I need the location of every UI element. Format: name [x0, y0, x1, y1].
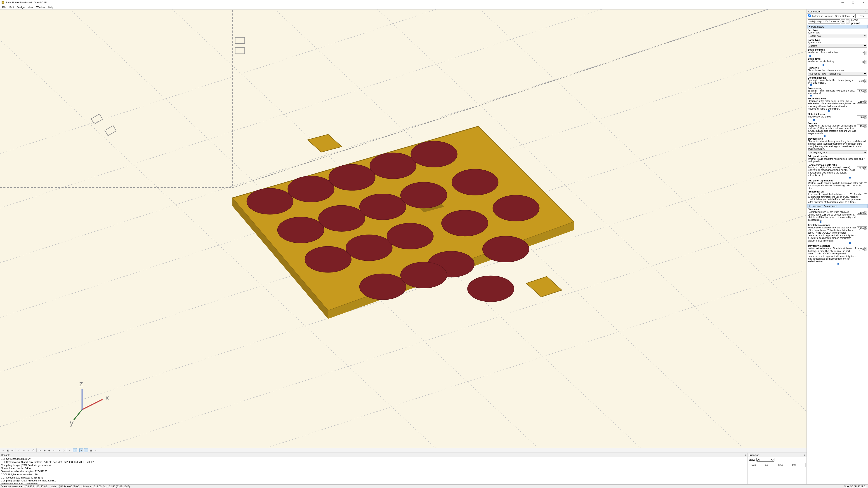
preview-icon[interactable]: » — [1, 448, 5, 452]
param-slider[interactable] — [808, 55, 867, 57]
param-input[interactable] — [857, 226, 864, 230]
param-checkbox[interactable] — [864, 193, 867, 196]
param-slider[interactable] — [808, 119, 867, 121]
param-input[interactable] — [857, 116, 864, 119]
console-close-icon[interactable]: × — [745, 454, 747, 456]
show-axes-icon[interactable]: ╳ — [79, 448, 84, 452]
param-spinner[interactable]: ▲▼ — [857, 51, 867, 55]
param-slider[interactable] — [808, 95, 867, 96]
param-slider[interactable] — [808, 221, 867, 223]
view-front-icon[interactable]: ◇ — [57, 448, 61, 452]
menu-help[interactable]: Help — [47, 5, 55, 9]
param-input[interactable] — [857, 51, 864, 55]
spin-up-icon[interactable]: ▲ — [864, 51, 867, 53]
param-spinner[interactable]: ▲▼ — [857, 116, 867, 119]
param-slider[interactable] — [808, 177, 867, 178]
param-input[interactable] — [857, 60, 864, 64]
param-input[interactable] — [857, 90, 864, 93]
spin-down-icon[interactable]: ▼ — [864, 91, 867, 93]
spin-down-icon[interactable]: ▼ — [864, 228, 867, 230]
param-slider[interactable] — [808, 110, 867, 112]
view-bottom-icon[interactable]: ◆ — [47, 448, 51, 452]
errorlog-col-file[interactable]: File — [763, 463, 777, 467]
spin-down-icon[interactable]: ▼ — [864, 213, 867, 215]
spin-down-icon[interactable]: ▼ — [864, 53, 867, 55]
auto-preview-checkbox[interactable] — [808, 14, 811, 18]
save-preset-button[interactable]: save preset — [850, 18, 867, 25]
section-parameters[interactable]: ▼ Parameters — [807, 25, 868, 29]
spin-up-icon[interactable]: ▲ — [864, 116, 867, 118]
view-top-icon[interactable]: ◆ — [42, 448, 46, 452]
spin-up-icon[interactable]: ▲ — [864, 211, 867, 213]
spin-down-icon[interactable]: ▼ — [864, 102, 867, 104]
param-spinner[interactable]: ▲▼ — [857, 166, 867, 170]
menu-window[interactable]: Window — [35, 5, 46, 9]
export-stl-icon[interactable]: STL — [10, 448, 14, 452]
param-select[interactable]: Locking long tabs — [808, 151, 867, 154]
close-button[interactable]: ✕ — [860, 1, 867, 4]
param-slider[interactable] — [808, 242, 867, 244]
spin-up-icon[interactable]: ▲ — [864, 247, 867, 249]
param-spinner[interactable]: ▲▼ — [857, 60, 867, 64]
spin-up-icon[interactable]: ▲ — [864, 79, 867, 81]
section-tolerances[interactable]: ▼ Tolerances / clearances — [807, 204, 868, 208]
perspective-icon[interactable]: ▱ — [68, 448, 72, 452]
spin-up-icon[interactable]: ▲ — [864, 166, 867, 168]
param-spinner[interactable]: ▲▼ — [857, 100, 867, 104]
param-slider[interactable] — [808, 263, 867, 265]
render-icon[interactable]: ◧ — [6, 448, 10, 452]
param-input[interactable] — [857, 247, 864, 251]
spin-down-icon[interactable]: ▼ — [864, 117, 867, 119]
param-input[interactable] — [857, 166, 864, 170]
viewport-3d[interactable]: x y z — [0, 9, 807, 448]
spin-up-icon[interactable]: ▲ — [864, 125, 867, 127]
param-select[interactable]: Custom — [808, 44, 867, 48]
show-edges-icon[interactable]: ▦ — [89, 448, 93, 452]
param-input[interactable] — [857, 125, 864, 128]
param-checkbox[interactable] — [864, 182, 867, 185]
console-body[interactable]: ECHO: "Size:203x81.7654" ECHO: "Creating… — [0, 457, 747, 484]
minimize-button[interactable]: — — [839, 1, 846, 4]
spin-up-icon[interactable]: ▲ — [864, 90, 867, 92]
menu-edit[interactable]: Edit — [8, 5, 15, 9]
maximize-button[interactable]: ▢ — [850, 1, 856, 4]
errorlog-col-line[interactable]: Line — [777, 463, 792, 467]
preset-add-button[interactable]: + — [841, 20, 845, 24]
param-slider[interactable] — [808, 84, 867, 86]
param-spinner[interactable]: ▲▼ — [857, 125, 867, 128]
zoom-out-icon[interactable]: － — [26, 448, 31, 452]
errorlog-filter-select[interactable]: All — [756, 458, 774, 462]
param-slider[interactable] — [808, 64, 867, 66]
spin-down-icon[interactable]: ▼ — [864, 249, 867, 251]
menu-view[interactable]: View — [26, 5, 35, 9]
param-spinner[interactable]: ▲▼ — [857, 79, 867, 83]
spin-up-icon[interactable]: ▲ — [864, 100, 867, 102]
reset-button[interactable]: Reset — [857, 15, 867, 18]
param-input[interactable] — [857, 100, 864, 104]
reset-view-icon[interactable]: ↺ — [31, 448, 35, 452]
param-select[interactable]: Alternating rows — longer first — [808, 72, 867, 76]
show-crosshair-icon[interactable]: ⌗ — [94, 448, 98, 452]
spin-up-icon[interactable]: ▲ — [864, 60, 867, 62]
orthogonal-icon[interactable]: ▭ — [73, 448, 77, 452]
param-select[interactable]: Bottom tray — [808, 34, 867, 38]
customizer-body[interactable]: ▼ Parameters Part typeType of partBottom… — [807, 24, 868, 484]
param-input[interactable] — [857, 79, 864, 83]
spin-down-icon[interactable]: ▼ — [864, 126, 867, 128]
param-slider[interactable] — [808, 135, 867, 137]
errorlog-col-group[interactable]: Group — [749, 463, 763, 467]
spin-down-icon[interactable]: ▼ — [864, 62, 867, 64]
menu-design[interactable]: Design — [16, 5, 26, 9]
param-spinner[interactable]: ▲▼ — [857, 211, 867, 215]
view-back-icon[interactable]: ◇ — [61, 448, 66, 452]
spin-down-icon[interactable]: ▼ — [864, 168, 867, 170]
preset-remove-button[interactable]: - — [846, 20, 849, 24]
spin-down-icon[interactable]: ▼ — [864, 81, 867, 83]
spin-up-icon[interactable]: ▲ — [864, 226, 867, 228]
param-spinner[interactable]: ▲▼ — [857, 247, 867, 251]
param-spinner[interactable]: ▲▼ — [857, 90, 867, 93]
customizer-close-icon[interactable]: × — [865, 10, 867, 13]
preset-select[interactable]: Vallejo step-2 20x 3 rows — [808, 20, 840, 24]
view-right-icon[interactable]: ◇ — [38, 448, 42, 452]
show-scale-icon[interactable]: ⟂ — [84, 448, 88, 452]
